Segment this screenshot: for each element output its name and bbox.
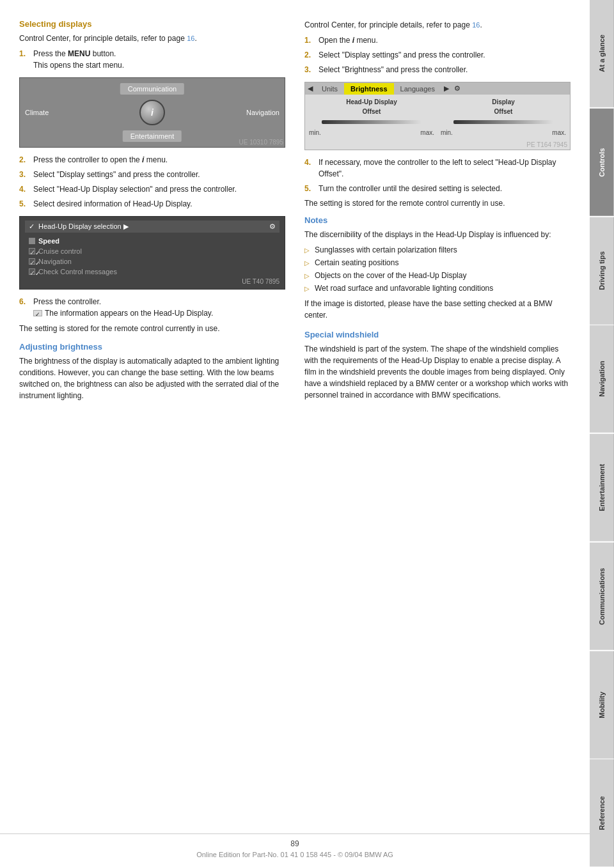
notes-intro: The discernibility of the displays in th… bbox=[304, 229, 571, 240]
image-ref-1: UE 10310 7895 bbox=[239, 139, 283, 146]
step-3-num: 3. bbox=[19, 169, 31, 180]
special-windshield-heading: Special windshield bbox=[304, 330, 571, 339]
hud-item-navigation: ✓ Navigation bbox=[25, 256, 279, 267]
right-step-1: 1. Open the i menu. bbox=[304, 35, 571, 46]
right-step-4: 4. If necessary, move the controller to … bbox=[304, 157, 571, 180]
right-step-4-text: If necessary, move the controller to the… bbox=[319, 157, 571, 180]
step-5-text: Select desired information of Head-Up Di… bbox=[33, 198, 285, 210]
brightness-body: Head-Up Display Offset min. max. Display… bbox=[305, 95, 570, 140]
right-column: Control Center, for principle details, r… bbox=[304, 19, 571, 842]
notes-item-1: Sunglasses with certain polarization fil… bbox=[304, 244, 571, 256]
display-offset-label1: Display bbox=[492, 98, 515, 105]
notes-list: Sunglasses with certain polarization fil… bbox=[304, 244, 571, 294]
right-step-2: 2. Select "Display settings" and press t… bbox=[304, 49, 571, 61]
hud-check-control-label: Check Control messages bbox=[38, 268, 117, 275]
hud-item-check-control: ✓ Check Control messages bbox=[25, 267, 279, 277]
notes-heading: Notes bbox=[304, 215, 571, 225]
brightness-hud-col: Head-Up Display Offset min. max. bbox=[309, 98, 434, 136]
left-arrow-icon: ◀ bbox=[305, 82, 315, 95]
distortion-note: If the image is distorted, please have t… bbox=[304, 298, 571, 321]
hud-checkbox-speed bbox=[29, 238, 35, 244]
hud-selection-image: ✓ Head-Up Display selection ▶ ⚙ Speed ✓ … bbox=[19, 216, 285, 290]
right-arrow-icon: ▶ bbox=[441, 82, 452, 95]
hud-checkbox-navigation: ✓ bbox=[29, 258, 35, 265]
right-step-4-num: 4. bbox=[304, 157, 316, 180]
adjusting-brightness-heading: Adjusting brightness bbox=[19, 342, 285, 352]
left-column: Selecting displays Control Center, for p… bbox=[19, 19, 285, 842]
hud-title-label: Head-Up Display selection ▶ bbox=[38, 222, 129, 231]
right-step-1-text: Open the i menu. bbox=[319, 35, 571, 46]
hud-checkbox-cruise: ✓ bbox=[29, 248, 35, 254]
step-3-text: Select "Display settings" and press the … bbox=[33, 169, 285, 180]
right-step-3: 3. Select "Brightness" and press the con… bbox=[304, 64, 571, 75]
right-intro: Control Center, for principle details, r… bbox=[304, 19, 571, 31]
right-step-2-text: Select "Display settings" and press the … bbox=[319, 49, 571, 61]
hud-minmax: min. max. bbox=[309, 129, 434, 136]
step-2: 2. Press the controller to open the i me… bbox=[19, 154, 285, 166]
selecting-displays-heading: Selecting displays bbox=[19, 19, 285, 29]
right-step-5-num: 5. bbox=[304, 183, 316, 194]
step-6-text: Press the controller.✓ The information a… bbox=[33, 296, 285, 320]
adjusting-brightness-text: The brightness of the display is automat… bbox=[19, 355, 285, 401]
step-1-text: Press the MENU button.This opens the sta… bbox=[33, 48, 285, 71]
notes-item-3: Objects on the cover of the Head-Up Disp… bbox=[304, 270, 571, 281]
sidebar-item-entertainment[interactable]: Entertainment bbox=[590, 434, 614, 541]
main-content: Selecting displays Control Center, for p… bbox=[0, 0, 590, 868]
hud-brightness-slider bbox=[322, 120, 422, 124]
hud-cruise-label: Cruise control bbox=[38, 247, 82, 255]
menu-communication: Communication bbox=[120, 83, 184, 95]
sidebar: At a glance Controls Driving tips Naviga… bbox=[590, 0, 614, 868]
sidebar-item-navigation[interactable]: Navigation bbox=[590, 325, 614, 433]
step-4-num: 4. bbox=[19, 183, 31, 195]
hud-offset-label1: Head-Up Display bbox=[346, 98, 397, 105]
brightness-tabs-bar: ◀ Units Brightness Languages ▶ ⚙ bbox=[305, 82, 570, 95]
sidebar-item-at-a-glance[interactable]: At a glance bbox=[590, 0, 614, 107]
hud-speed-label: Speed bbox=[38, 237, 59, 245]
right-step-5: 5. Turn the controller until the desired… bbox=[304, 183, 571, 194]
step-4: 4. Select "Head-Up Display selection" an… bbox=[19, 183, 285, 195]
step-5: 5. Select desired information of Head-Up… bbox=[19, 198, 285, 210]
sidebar-item-controls[interactable]: Controls bbox=[590, 109, 614, 216]
brightness-display-col: Display Offset min. max. bbox=[441, 98, 566, 136]
hud-offset-label2: Offset bbox=[363, 108, 381, 115]
sidebar-item-communications[interactable]: Communications bbox=[590, 543, 614, 650]
right-step-3-num: 3. bbox=[304, 64, 316, 75]
menu-climate: Climate bbox=[25, 109, 49, 116]
step-2-text: Press the controller to open the i menu. bbox=[33, 154, 285, 166]
right-step-3-text: Select "Brightness" and press the contro… bbox=[319, 64, 571, 75]
page-number: 89 bbox=[0, 839, 590, 848]
menu-navigation: Navigation bbox=[246, 109, 279, 116]
brightness-tab-languages: Languages bbox=[394, 83, 441, 95]
menu-entertainment: Entertainment bbox=[123, 130, 182, 142]
display-minmax: min. max. bbox=[441, 129, 566, 136]
sidebar-item-reference[interactable]: Reference bbox=[590, 759, 614, 867]
selecting-displays-intro: Control Center, for principle details, r… bbox=[19, 33, 285, 44]
notes-item-4: Wet road surface and unfavorable lightin… bbox=[304, 283, 571, 294]
hud-navigation-label: Navigation bbox=[38, 258, 72, 265]
sidebar-item-driving-tips[interactable]: Driving tips bbox=[590, 217, 614, 325]
hud-checkmark-icon: ✓ bbox=[29, 222, 35, 231]
step-1-num: 1. bbox=[19, 48, 31, 71]
right-page-ref: 16 bbox=[472, 21, 480, 29]
image-ref-3: PE T164 7945 bbox=[305, 141, 570, 150]
display-offset-label2: Offset bbox=[494, 108, 513, 115]
right-step-1-num: 1. bbox=[304, 35, 316, 46]
right-step-2-num: 2. bbox=[304, 49, 316, 61]
stored-note-left: The setting is stored for the remote con… bbox=[19, 323, 285, 334]
idrive-menu-image: Communication Climate i Navigation Enter… bbox=[19, 77, 285, 148]
image-ref-2: UE T40 7895 bbox=[25, 278, 279, 285]
page-ref-1: 16 bbox=[187, 35, 194, 42]
hud-min-label: min. bbox=[309, 129, 321, 136]
right-step-5-text: Turn the controller until the desired se… bbox=[319, 183, 571, 194]
hud-item-speed: Speed bbox=[25, 236, 279, 246]
display-min-label: min. bbox=[441, 129, 453, 136]
step-5-num: 5. bbox=[19, 198, 31, 210]
hud-title-bar: ✓ Head-Up Display selection ▶ ⚙ bbox=[25, 221, 279, 233]
step-6: 6. Press the controller.✓ The informatio… bbox=[19, 296, 285, 320]
menu-center-button: i bbox=[139, 100, 165, 125]
display-max-label: max. bbox=[552, 129, 566, 136]
notes-item-2: Certain seating positions bbox=[304, 257, 571, 268]
brightness-display-image: ◀ Units Brightness Languages ▶ ⚙ Head-Up… bbox=[304, 82, 571, 150]
sidebar-item-mobility[interactable]: Mobility bbox=[590, 651, 614, 759]
copyright-text: Online Edition for Part-No. 01 41 0 158 … bbox=[0, 851, 590, 858]
